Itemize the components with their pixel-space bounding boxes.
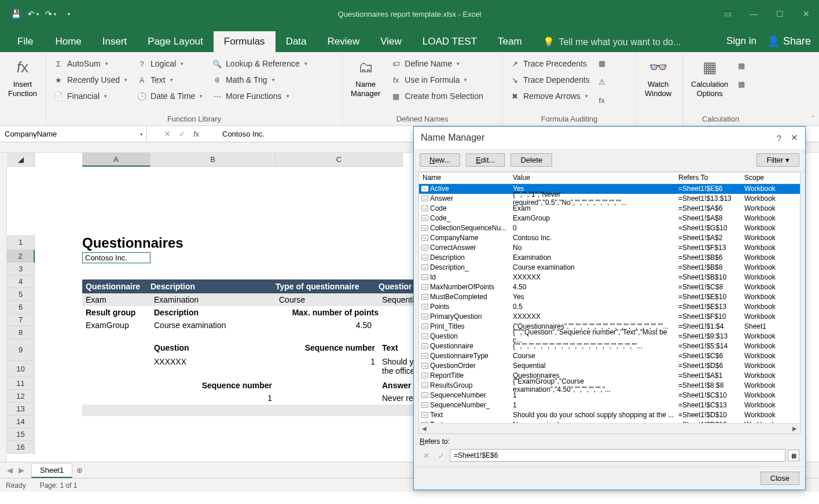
tell-me-search[interactable]: 💡 Tell me what you want to do...: [543, 36, 681, 52]
trace-dependents-button[interactable]: ↘Trace Dependents: [507, 73, 592, 87]
names-list-body[interactable]: ▭ActiveYes=Sheet1!$E$6Workbook▭Answer{""…: [419, 184, 800, 424]
tab-formulas[interactable]: Formulas: [214, 31, 276, 52]
row-header-8[interactable]: 8: [7, 326, 35, 339]
refers-accept-icon[interactable]: ✓: [435, 449, 447, 462]
tab-insert[interactable]: Insert: [92, 31, 138, 52]
evaluate-formula-icon[interactable]: fx: [597, 95, 607, 105]
column-header-b[interactable]: B: [150, 153, 276, 167]
error-checking-icon[interactable]: ⚠: [597, 76, 607, 87]
tab-page-layout[interactable]: Page Layout: [137, 31, 213, 52]
name-row[interactable]: ▭QuestionnaireTypeCourse=Sheet1!$C$6Work…: [419, 351, 800, 361]
calculation-options-button[interactable]: ▦ Calculation Options: [688, 54, 732, 115]
name-row[interactable]: ▭DescriptionExamination=Sheet1!$B$6Workb…: [419, 253, 800, 263]
cancel-icon[interactable]: ✕: [164, 130, 171, 138]
autosum-button[interactable]: ΣAutoSum▾: [51, 57, 130, 71]
col-refers-to[interactable]: Refers To: [675, 174, 741, 182]
redo-icon[interactable]: ↷▾: [45, 9, 56, 19]
scroll-left-icon[interactable]: ◀: [419, 425, 429, 432]
name-row[interactable]: ▭MaxNumberOfPoints4.50=Sheet1!$C$8Workbo…: [419, 282, 800, 292]
name-row[interactable]: ▭CorrectAnswerNo=Sheet1!$F$13Workbook: [419, 243, 800, 253]
new-button[interactable]: NNew...ew...: [420, 153, 460, 167]
tab-home[interactable]: Home: [45, 31, 91, 52]
filter-button[interactable]: Filter ▾: [756, 153, 799, 167]
sheet-nav-next-icon[interactable]: ▶: [19, 466, 24, 474]
tab-review[interactable]: Review: [317, 31, 370, 52]
row-header-13[interactable]: 13: [7, 403, 35, 415]
name-row[interactable]: ▭Question{"","Question","Sequence number…: [419, 332, 800, 341]
row-header-2[interactable]: 2: [7, 250, 35, 263]
trace-precedents-button[interactable]: ↗Trace Precedents: [507, 57, 592, 71]
row-header-12[interactable]: 12: [7, 390, 35, 403]
date-time-button[interactable]: 🕒Date & Time▾: [134, 89, 205, 103]
ribbon-display-options-icon[interactable]: ▭: [715, 0, 741, 28]
new-sheet-button[interactable]: ⊕: [72, 466, 86, 474]
col-scope[interactable]: Scope: [741, 174, 793, 182]
tab-file[interactable]: File: [6, 31, 45, 52]
collapse-ribbon-icon[interactable]: ˆ: [812, 115, 814, 123]
row-header-6[interactable]: 6: [7, 301, 35, 314]
name-row[interactable]: ▭PrimaryQuestionXXXXXX=Sheet1!$F$10Workb…: [419, 312, 800, 322]
lookup-button[interactable]: 🔍Lookup & Reference▾: [210, 57, 310, 71]
math-trig-button[interactable]: θMath & Trig▾: [210, 73, 310, 87]
text-button[interactable]: AText▾: [134, 73, 205, 87]
close-icon[interactable]: ✕: [793, 0, 819, 28]
row-header-15[interactable]: 15: [7, 428, 35, 441]
row-header-1[interactable]: 1: [7, 235, 35, 250]
calculate-now-icon[interactable]: ▦: [736, 60, 747, 71]
more-functions-button[interactable]: ⋯More Functions▾: [210, 89, 310, 103]
name-row[interactable]: ▭CodeExam=Sheet1!$A$6Workbook: [419, 204, 800, 214]
refers-to-input[interactable]: [450, 449, 785, 462]
name-row[interactable]: ▭SequenceNumber_1=Sheet1!$C$13Workbook: [419, 400, 800, 410]
name-row[interactable]: ▭IdXXXXXX=Sheet1!$B$10Workbook: [419, 273, 800, 282]
sign-in-link[interactable]: Sign in: [726, 35, 756, 47]
name-row[interactable]: ▭CollectionSequenceNu...0=Sheet1!$G$10Wo…: [419, 223, 800, 233]
fx-icon[interactable]: fx: [193, 130, 199, 138]
chevron-down-icon[interactable]: ▾: [140, 131, 143, 137]
close-button[interactable]: Close: [761, 472, 799, 485]
tab-data[interactable]: Data: [276, 31, 317, 52]
name-row[interactable]: ▭Points0.5=Sheet1!$E$13Workbook: [419, 302, 800, 312]
create-from-selection-button[interactable]: ▦Create from Selection: [388, 89, 485, 103]
qat-customize-icon[interactable]: ▾: [63, 9, 73, 19]
edit-button[interactable]: Edit...: [466, 153, 505, 167]
range-picker-icon[interactable]: ▦: [788, 450, 799, 461]
save-icon[interactable]: 💾: [10, 9, 21, 19]
name-row[interactable]: ▭ResultsGroup{"ExamGroup","Course examin…: [419, 381, 800, 391]
row-header-3[interactable]: 3: [7, 263, 35, 275]
name-box[interactable]: CompanyName ▾: [0, 126, 147, 142]
minimize-icon[interactable]: —: [741, 0, 767, 28]
sheet-tab-sheet1[interactable]: Sheet1: [31, 463, 72, 478]
use-in-formula-button[interactable]: fxUse in Formula▾: [388, 73, 485, 87]
sheet-nav-prev-icon[interactable]: ◀: [7, 466, 13, 474]
name-manager-button[interactable]: 🗂 Name Manager: [347, 54, 384, 115]
remove-arrows-button[interactable]: ✖Remove Arrows▾: [507, 89, 592, 103]
name-row[interactable]: ▭Code_ExamGroup=Sheet1!$A$8Workbook: [419, 214, 800, 223]
row-header-10[interactable]: 10: [7, 361, 35, 377]
tab-view[interactable]: View: [370, 31, 412, 52]
enter-icon[interactable]: ✓: [179, 130, 185, 138]
refers-cancel-icon[interactable]: ✕: [420, 449, 432, 462]
tab-load-test[interactable]: LOAD TEST: [412, 31, 487, 52]
row-header-4[interactable]: 4: [7, 275, 35, 288]
col-value[interactable]: Value: [509, 174, 675, 182]
name-row[interactable]: ▭TextShould you do your school supply sh…: [419, 410, 800, 420]
help-icon[interactable]: ?: [777, 133, 781, 143]
row-header-11[interactable]: 11: [7, 377, 35, 390]
share-button[interactable]: 👤 Share: [767, 35, 811, 47]
dialog-close-icon[interactable]: ✕: [791, 133, 798, 143]
row-header-5[interactable]: 5: [7, 288, 35, 301]
show-formulas-icon[interactable]: ▦: [597, 58, 607, 68]
watch-window-button[interactable]: 👓 Watch Window: [641, 54, 675, 124]
select-all-corner[interactable]: ◢: [7, 153, 35, 167]
name-row[interactable]: ▭Description_Course examination=Sheet1!$…: [419, 263, 800, 273]
delete-button[interactable]: Delete: [511, 153, 552, 167]
row-header-16[interactable]: 16: [7, 441, 35, 454]
tab-team[interactable]: Team: [487, 31, 532, 52]
undo-icon[interactable]: ↶▾: [28, 9, 38, 19]
logical-button[interactable]: ?Logical▾: [134, 57, 205, 71]
names-list-hscroll[interactable]: ◀ ▶: [419, 423, 800, 433]
row-header-7[interactable]: 7: [7, 314, 35, 326]
row-header-14[interactable]: 14: [7, 415, 35, 428]
recently-used-button[interactable]: ★Recently Used▾: [51, 73, 130, 87]
col-name[interactable]: Name: [419, 174, 509, 182]
